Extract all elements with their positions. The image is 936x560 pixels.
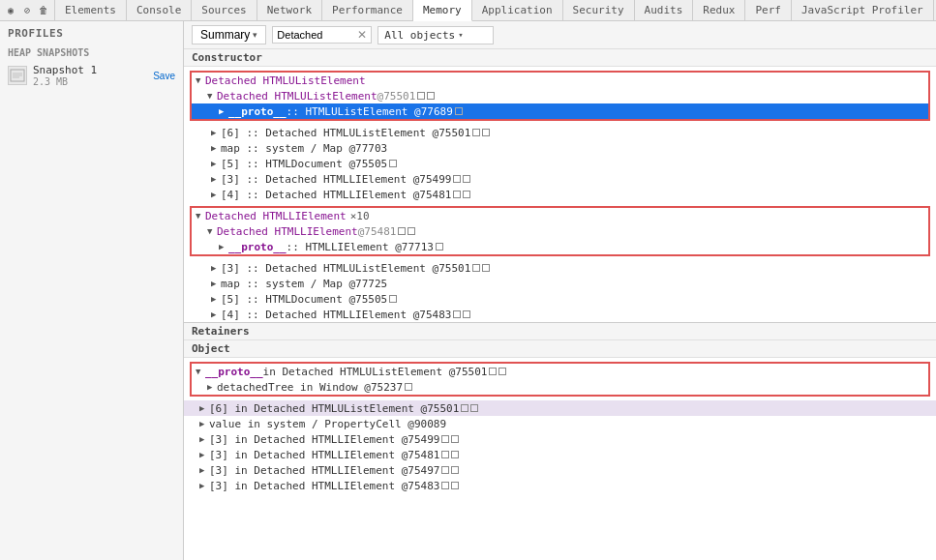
tree-row[interactable]: ▶ [4] :: Detached HTMLLIElement @75481 [184, 187, 936, 202]
node-text: [3] :: Detached HTMLLIElement @75499 [221, 173, 451, 186]
filter-input[interactable] [277, 29, 354, 41]
device-icon[interactable]: ⊘ [20, 4, 34, 17]
tree-row[interactable]: ▶ [3] in Detached HTMLLIElement @75497 [184, 462, 936, 478]
tree-row[interactable]: ▶ __proto__ :: HTMLLIElement @77713 [192, 239, 928, 254]
tab-network[interactable]: Network [257, 0, 322, 20]
tab-elements[interactable]: Elements [55, 0, 127, 20]
checkbox-icon [470, 404, 478, 412]
tab-sources[interactable]: Sources [192, 0, 257, 20]
clear-icon[interactable]: 🗑 [37, 4, 50, 17]
checkbox-icon [451, 435, 459, 443]
checkbox-icon [461, 404, 468, 412]
tree-row[interactable]: ▼ Detached HTMLUListElement [192, 73, 928, 88]
checkbox-icon [405, 383, 412, 391]
tree-row[interactable]: ▶ [6] in Detached HTMLUListElement @7550… [184, 400, 936, 416]
expand-icon[interactable]: ▼ [196, 211, 205, 221]
tab-application[interactable]: Application [472, 0, 563, 20]
expand-icon[interactable]: ▶ [211, 279, 221, 288]
tree-row-selected[interactable]: ▶ __proto__ :: HTMLUListElement @77689 [192, 103, 928, 119]
checkbox-icon [451, 451, 459, 458]
node-text: [3] in Detached HTMLLIElement @75497 [209, 464, 439, 477]
tree-row[interactable]: ▶ map :: system / Map @77703 [184, 140, 936, 156]
snapshot-row[interactable]: Snapshot 1 2.3 MB Save [0, 60, 183, 91]
tree-row[interactable]: ▶ [3] :: Detached HTMLUListElement @7550… [184, 260, 936, 276]
expand-icon[interactable]: ▼ [207, 91, 217, 101]
tree-row[interactable]: ▼ Detached HTMLUListElement @75501 [192, 88, 928, 103]
node-at: @75501 [377, 90, 416, 103]
tab-console[interactable]: Console [127, 0, 192, 20]
node-name: Detached HTMLUListElement [205, 74, 366, 87]
tree-row[interactable]: ▶ [4] :: Detached HTMLLIElement @75483 [184, 307, 936, 322]
sidebar: Profiles HEAP SNAPSHOTS Snapshot 1 2.3 M… [0, 21, 184, 560]
summary-button[interactable]: Summary ▾ [192, 25, 266, 44]
expand-icon[interactable]: ▶ [211, 263, 221, 273]
checkbox-icon [463, 310, 470, 318]
tree-row[interactable]: ▼ __proto__ in Detached HTMLUListElement… [192, 364, 928, 379]
filter-box: ✕ [272, 26, 372, 44]
expand-icon[interactable]: ▶ [211, 143, 221, 153]
tree-row[interactable]: ▶ [3] in Detached HTMLLIElement @75481 [184, 447, 936, 462]
expand-icon[interactable]: ▶ [199, 403, 209, 413]
retainers-header: Retainers [184, 322, 936, 340]
checkbox-icon [398, 227, 406, 235]
objects-label: All objects [384, 29, 455, 42]
checkbox-icon [489, 368, 497, 375]
tree-row[interactable]: ▶ [3] in Detached HTMLLIElement @75483 [184, 478, 936, 493]
tab-security[interactable]: Security [563, 0, 635, 20]
node-separator: :: HTMLUListElement @77689 [287, 105, 453, 118]
expand-icon[interactable]: ▶ [219, 242, 228, 251]
checkbox-icon [389, 295, 397, 303]
tree-row[interactable]: ▶ detachedTree in Window @75237 [192, 379, 928, 395]
expand-icon[interactable]: ▼ [207, 226, 217, 236]
tree-row[interactable]: ▶ [3] in Detached HTMLLIElement @75499 [184, 431, 936, 447]
expand-icon[interactable]: ▶ [211, 309, 221, 319]
toolbar: Summary ▾ ✕ All objects ▾ [184, 21, 936, 49]
expand-icon[interactable]: ▶ [211, 159, 221, 168]
snapshot-size: 2.3 MB [33, 76, 147, 87]
main-layout: Profiles HEAP SNAPSHOTS Snapshot 1 2.3 M… [0, 21, 936, 560]
tab-redux[interactable]: Redux [693, 0, 745, 20]
expand-icon[interactable]: ▶ [207, 382, 217, 392]
expand-icon[interactable]: ▶ [211, 190, 221, 199]
node-at: @75481 [358, 225, 397, 238]
snapshot-icon [8, 66, 27, 85]
node-text: [5] :: HTMLDocument @75505 [221, 158, 387, 170]
tree-row[interactable]: ▶ [6] :: Detached HTMLUListElement @7550… [184, 125, 936, 140]
expand-icon[interactable]: ▶ [211, 128, 221, 137]
tree-row[interactable]: ▶ [5] :: HTMLDocument @75505 [184, 156, 936, 171]
tree-row[interactable]: ▶ map :: system / Map @77725 [184, 276, 936, 291]
checkbox-icon [451, 482, 459, 489]
expand-icon[interactable]: ▶ [211, 294, 221, 304]
expand-icon[interactable]: ▶ [219, 106, 228, 116]
expand-icon[interactable]: ▶ [199, 465, 209, 475]
expand-icon[interactable]: ▶ [199, 419, 209, 428]
tree-row[interactable]: ▼ Detached HTMLLIElement @75481 [192, 223, 928, 239]
objects-dropdown-arrow: ▾ [458, 30, 463, 40]
expand-icon[interactable]: ▶ [199, 450, 209, 459]
tree-row[interactable]: ▶ value in system / PropertyCell @90089 [184, 416, 936, 431]
tab-memory[interactable]: Memory [413, 0, 472, 21]
tree-row[interactable]: ▼ Detached HTMLLIElement ×10 [192, 208, 928, 223]
expand-icon[interactable]: ▶ [211, 174, 221, 184]
expand-icon[interactable]: ▼ [196, 367, 205, 376]
node-text: detachedTree in Window @75237 [217, 381, 403, 394]
expand-icon[interactable]: ▼ [196, 75, 205, 85]
expand-icon[interactable]: ▶ [199, 434, 209, 444]
inspect-icon[interactable]: ◉ [4, 4, 17, 17]
tree-row[interactable]: ▶ [5] :: HTMLDocument @75505 [184, 291, 936, 307]
node-text: map :: system / Map @77725 [221, 278, 387, 290]
tab-js-profiler[interactable]: JavaScript Profiler [792, 0, 934, 20]
proto-keyword: __proto__ [228, 241, 287, 253]
checkbox-icon [441, 451, 449, 458]
save-button[interactable]: Save [153, 71, 175, 81]
tab-performance[interactable]: Performance [322, 0, 413, 20]
tab-perf[interactable]: Perf [745, 0, 792, 20]
node-text: map :: system / Map @77703 [221, 142, 387, 155]
tree-row[interactable]: ▶ [3] :: Detached HTMLLIElement @75499 [184, 171, 936, 187]
objects-select[interactable]: All objects ▾ [377, 26, 494, 44]
tab-audits[interactable]: Audits [635, 0, 694, 20]
proto-keyword: __proto__ [205, 366, 263, 378]
expand-icon[interactable]: ▶ [199, 481, 209, 490]
filter-clear-button[interactable]: ✕ [357, 28, 367, 42]
checkbox-icon [482, 264, 490, 272]
